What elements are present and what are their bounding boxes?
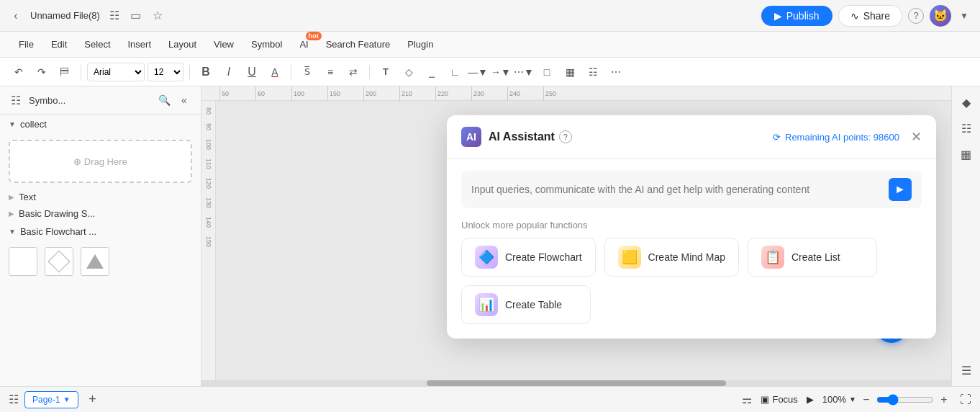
share-button[interactable]: ∿ Share	[838, 5, 902, 27]
flowchart-label: Create Flowchart	[505, 251, 582, 263]
ai-function-flowchart[interactable]: 🔷 Create Flowchart	[461, 238, 596, 277]
layers-bottom-icon[interactable]: ⚎	[742, 393, 752, 406]
focus-button[interactable]: ▣ Focus	[761, 394, 797, 405]
add-page-button[interactable]: +	[84, 391, 101, 408]
menu-symbol[interactable]: Symbol	[244, 36, 289, 53]
help-icon[interactable]: ?	[908, 8, 924, 24]
sidebar-collapse-icon[interactable]: «	[176, 92, 192, 108]
pages-icon[interactable]: ☷	[9, 393, 19, 406]
align-button[interactable]: ≡	[320, 62, 340, 82]
text-button[interactable]: T	[376, 62, 396, 82]
connector-button[interactable]: ∟	[445, 62, 465, 82]
sidebar-search-icon[interactable]: 🔍	[156, 92, 172, 108]
menu-edit[interactable]: Edit	[44, 36, 74, 53]
menu-search-feature[interactable]: Search Feature	[319, 36, 398, 53]
zoom-slider[interactable]	[876, 394, 934, 406]
right-panel-style-icon[interactable]: ◆	[956, 92, 976, 112]
sidebar-item-text[interactable]: ▶ Text	[0, 189, 201, 205]
right-panel-layers-icon[interactable]: ☷	[956, 118, 976, 138]
publish-icon: ▶	[774, 10, 782, 22]
right-panel-grid-icon[interactable]: ▦	[956, 144, 976, 164]
font-family-select[interactable]: Arial	[87, 63, 145, 81]
ai-help-icon[interactable]: ?	[559, 130, 572, 143]
play-button[interactable]: ▶	[807, 394, 814, 405]
ai-points-display: ⟳ Remaining AI points: 98600	[773, 132, 899, 143]
shape-fill-button[interactable]: ◇	[399, 62, 419, 82]
ai-input-area: ►	[447, 159, 936, 220]
focus-icon: ▣	[761, 394, 769, 405]
ai-query-input[interactable]	[471, 184, 881, 195]
swimlane-button[interactable]: ▦	[560, 62, 580, 82]
menu-select[interactable]: Select	[77, 36, 117, 53]
dash-options-button[interactable]: ⋯▼	[514, 62, 534, 82]
zoom-in-button[interactable]: +	[937, 393, 951, 407]
menu-ai[interactable]: AI hot	[292, 36, 315, 53]
bottom-bar: ☷ Page-1 ▼ + ⚎ ▣ Focus ▶ 100% ▼ − + ⛶	[0, 386, 980, 412]
share-label: Share	[863, 10, 890, 22]
zoom-dropdown-icon[interactable]: ▼	[849, 395, 856, 403]
zoom-controls: 100% ▼ − +	[822, 393, 951, 407]
file-title: Unnamed File(8)	[30, 10, 100, 21]
separator-3	[291, 65, 291, 79]
undo-button[interactable]: ↶	[9, 62, 29, 82]
back-icon[interactable]: ‹	[9, 9, 23, 23]
collect-arrow: ▼	[9, 120, 16, 128]
shape-diamond[interactable]	[45, 247, 73, 276]
chevron-down-icon[interactable]: ▼	[957, 9, 971, 23]
redo-button[interactable]: ↷	[32, 62, 52, 82]
page-tab-1[interactable]: Page-1 ▼	[24, 391, 78, 408]
fullscreen-button[interactable]: ⛶	[960, 393, 971, 406]
section-basic-flowchart[interactable]: ▼ Basic Flowchart ...	[0, 222, 201, 241]
line-options-button[interactable]: —▼	[468, 62, 488, 82]
sidebar-item-basic-drawing[interactable]: ▶ Basic Drawing S...	[0, 205, 201, 222]
italic-button[interactable]: I	[219, 62, 239, 82]
underline-button[interactable]: U	[242, 62, 262, 82]
export-icon[interactable]: ▭	[129, 9, 143, 23]
menu-file[interactable]: File	[12, 36, 41, 53]
list-icon: 📋	[761, 246, 784, 269]
menu-insert[interactable]: Insert	[121, 36, 159, 53]
align-options-button[interactable]: ⇄	[343, 62, 363, 82]
shape-rect[interactable]	[9, 247, 37, 276]
arrow-options-button[interactable]: →▼	[491, 62, 511, 82]
ai-close-button[interactable]: ✕	[911, 130, 922, 143]
line-style-button[interactable]: ⎯	[422, 62, 442, 82]
ai-send-button[interactable]: ►	[889, 178, 912, 201]
avatar[interactable]: 🐱	[930, 5, 951, 27]
sidebar-title: Symbo...	[29, 95, 150, 106]
menu-plugin[interactable]: Plugin	[400, 36, 440, 53]
font-size-select[interactable]: 12	[148, 63, 183, 81]
menu-view[interactable]: View	[207, 36, 241, 53]
separator-4	[369, 65, 370, 79]
strikethrough-button[interactable]: S̅	[297, 62, 317, 82]
ai-points-label: Remaining AI points: 98600	[785, 132, 899, 143]
ai-dialog: AI AI Assistant ? ⟳ Remaining AI points:…	[447, 115, 936, 339]
table-button[interactable]: ☷	[583, 62, 603, 82]
flowchart-icon: 🔷	[475, 246, 498, 269]
format-painter-button[interactable]: ⛿	[55, 62, 75, 82]
main-layout: ☷ Symbo... 🔍 « ▼ collect ⊕ Drag Here ▶ T…	[0, 86, 980, 386]
menu-layout[interactable]: Layout	[161, 36, 204, 53]
section-collect[interactable]: ▼ collect	[0, 115, 201, 134]
zoom-level-label: 100%	[822, 394, 846, 405]
bold-button[interactable]: B	[196, 62, 216, 82]
ai-function-list[interactable]: 📋 Create List	[748, 238, 877, 277]
font-color-button[interactable]: A	[265, 62, 285, 82]
layout-icon[interactable]: ☷	[107, 9, 122, 23]
container-button[interactable]: □	[537, 62, 557, 82]
ai-function-table[interactable]: 📊 Create Table	[461, 285, 591, 324]
flowchart-arrow: ▼	[9, 228, 16, 236]
text-arrow: ▶	[9, 193, 14, 201]
right-panel-format-icon[interactable]: ☰	[956, 360, 976, 380]
ai-function-mindmap[interactable]: 🟨 Create Mind Map	[604, 238, 739, 277]
star-icon[interactable]: ☆	[150, 9, 165, 23]
shape-triangle[interactable]	[81, 247, 109, 276]
ai-functions-label: Unlock more popular functions	[447, 220, 936, 238]
drag-here-area[interactable]: ⊕ Drag Here	[9, 140, 192, 183]
publish-button[interactable]: ▶ Publish	[761, 6, 832, 26]
zoom-out-button[interactable]: −	[859, 393, 874, 407]
table-icon: 📊	[475, 293, 498, 316]
more-button[interactable]: ⋯	[606, 62, 626, 82]
title-bar-left: ‹ Unnamed File(8) ☷ ▭ ☆	[9, 9, 761, 23]
sidebar-menu-icon: ☷	[9, 93, 23, 107]
